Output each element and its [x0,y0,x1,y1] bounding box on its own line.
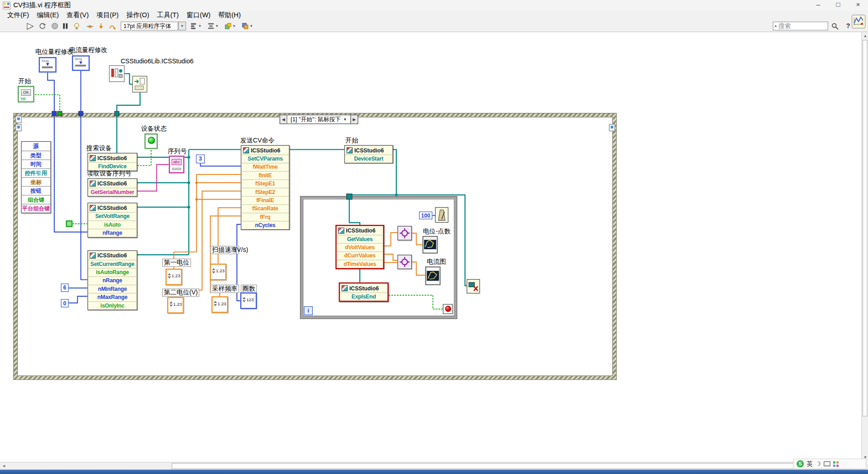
loop-iteration-terminal[interactable]: i [304,306,313,315]
invoke-node-setcurrentrange[interactable]: ICSStudio6 SetCurrentRange isAutoRange n… [87,250,137,310]
invoke-node-row[interactable]: fInitE [241,171,289,179]
invoke-node-finddevice[interactable]: ICSStudio6 FindDevice [87,153,137,171]
invoke-node-row[interactable]: dCurrValues [336,251,383,260]
menu-window[interactable]: 窗口(W) [183,10,214,20]
invoke-node-row[interactable]: dVoltValues [336,243,383,251]
reorder-objects-dropdown[interactable]: ▼ [240,21,255,31]
invoke-node-getserialnumber[interactable]: ICSStudio6 GetSerialNumber [87,178,137,196]
invoke-node-expisend[interactable]: ICSStudio6 ExpIsEnd [339,282,388,302]
bundle-node-potential[interactable] [397,226,412,241]
invoke-node-row[interactable]: isAuto [88,220,137,228]
horizontal-scrollbar-thumb[interactable] [172,463,850,469]
input-method-bar[interactable]: S 英 ☽ [793,459,867,469]
numeric-constant-100[interactable]: 100 [419,212,432,219]
invoke-node-row[interactable]: FindDevice [88,162,137,171]
numeric-constant-3[interactable]: 3 [196,155,205,164]
highlight-execution-button[interactable] [71,21,83,31]
step-into-button[interactable] [95,21,107,31]
sample-freq-control-terminal[interactable]: 1.23 [212,296,228,313]
minimize-button[interactable]: – [808,0,828,10]
second-potential-control-terminal[interactable]: 1.23 [167,297,184,313]
case-dropdown-icon[interactable]: ▼ [343,118,347,122]
vi-icon[interactable] [851,13,866,30]
horizontal-scrollbar[interactable]: ◄ ► [0,462,861,469]
event-data-node[interactable]: 源 类型 时间 控件引用 坐标 按钮 组合键 平台组合键 [21,141,51,213]
event-data-item[interactable]: 坐标 [22,177,51,186]
pause-button[interactable] [59,21,71,31]
volt-range-control-terminal[interactable]: Sing [39,57,57,72]
serial-string-indicator-terminal[interactable]: abc [169,156,184,173]
menu-file[interactable]: 文件(F) [3,10,33,20]
invoke-node-row[interactable]: nRange [88,276,137,284]
device-status-led-terminal[interactable] [145,133,158,149]
event-case-selector[interactable]: ◀ [1] "开始": 鼠标按下 ▼ ▶ [279,114,358,124]
search-input[interactable]: ▸ 搜索 [773,22,828,31]
vertical-scrollbar[interactable]: ▲ ▼ [861,32,868,462]
menu-view[interactable]: 查看(V) [63,10,93,20]
invoke-node-row[interactable]: fStepE1 [241,180,289,188]
vertical-scrollbar-thumb[interactable] [863,40,868,417]
invoke-node-row[interactable]: fScanRate [241,204,289,213]
chart-terminal-potential-points[interactable] [422,236,438,254]
font-selector[interactable]: 17pt 应用程序字体 [121,22,178,31]
event-dynamic-terminal-icon[interactable] [15,124,21,131]
event-data-item[interactable]: 按钮 [22,186,51,195]
invoke-node-row[interactable]: dTimeValues [336,260,383,268]
automation-open-node[interactable] [132,76,147,93]
scan-rate-control-terminal[interactable]: 1.23 [210,264,226,280]
event-timeout-terminal-icon[interactable] [15,116,21,123]
invoke-node-row[interactable]: nMinRange [88,284,137,293]
close-reference-node[interactable] [467,279,480,294]
wait-ms-multiple-node[interactable] [435,207,448,223]
invoke-node-row[interactable]: SetVoltRange [88,212,137,220]
event-case-label[interactable]: [1] "开始": 鼠标按下 ▼ [288,114,350,124]
windows-taskbar-edge[interactable] [0,469,868,474]
event-data-item[interactable]: 平台组合键 [22,204,51,213]
event-data-item[interactable]: 源 [22,142,51,151]
numeric-constant-6[interactable]: 6 [61,284,69,292]
ime-toolbox-icon[interactable] [833,461,839,466]
sogou-icon[interactable]: S [797,460,804,468]
close-button[interactable]: × [848,0,868,10]
invoke-node-row[interactable]: isAutoRange [88,268,137,276]
invoke-node-row[interactable]: DeviceStart [345,155,392,163]
invoke-node-row[interactable]: isOnlyInc [88,301,137,309]
invoke-node-row[interactable]: GetValues [336,235,383,243]
invoke-node-row[interactable]: nMaxRange [88,293,137,301]
invoke-node-setcvparams[interactable]: ICSStudio6 SetCVParams fWaitTime fInitE … [241,145,290,230]
menu-help[interactable]: 帮助(H) [214,10,245,20]
menu-edit[interactable]: 编辑(E) [33,10,63,20]
ime-language-toggle[interactable]: 英 [807,460,812,468]
soft-keyboard-icon[interactable] [824,461,830,466]
maximize-button[interactable]: □ [828,0,848,10]
event-data-item[interactable]: 组合键 [22,195,51,204]
search-icon[interactable] [830,22,840,31]
invoke-node-row[interactable]: nRange [88,229,137,237]
first-potential-control-terminal[interactable]: 1.23 [165,269,182,285]
invoke-node-getvalues[interactable]: ICSStudio6 GetValues dVoltValues dCurrVa… [335,225,384,269]
invoke-node-row[interactable]: GetSerialNumber [88,188,137,196]
invoke-node-row[interactable]: SetCurrentRange [88,260,137,268]
menu-project[interactable]: 项目(P) [93,10,123,20]
menu-operate[interactable]: 操作(O) [123,10,153,20]
scroll-left-icon[interactable]: ◄ [0,463,7,470]
event-data-item[interactable]: 类型 [22,151,51,160]
invoke-node-row[interactable]: nCycles [241,221,289,229]
resize-objects-dropdown[interactable]: ▼ [222,21,238,31]
invoke-node-devicestart[interactable]: ICSStudio6 DeviceStart [344,145,393,163]
cycles-control-terminal[interactable]: 123 [240,293,257,309]
search-scope-icon[interactable]: ▸ [774,24,779,28]
fullwidth-toggle-icon[interactable]: ☽ [816,460,821,468]
event-data-item[interactable]: 控件引用 [22,168,51,177]
menu-tools[interactable]: 工具(T) [153,10,183,20]
run-continuously-button[interactable] [37,21,48,31]
event-data-item[interactable]: 时间 [22,160,51,169]
retain-wire-values-button[interactable] [84,21,96,31]
previous-case-button[interactable]: ◀ [279,114,287,124]
invoke-node-row[interactable]: SetCVParams [241,155,289,163]
invoke-node-row[interactable]: fFrq [241,213,289,221]
invoke-node-row[interactable]: fFinalE [241,196,289,204]
scroll-up-icon[interactable]: ▲ [862,33,868,39]
start-button-terminal[interactable]: OK TF [18,86,34,103]
next-case-button[interactable]: ▶ [350,114,358,124]
